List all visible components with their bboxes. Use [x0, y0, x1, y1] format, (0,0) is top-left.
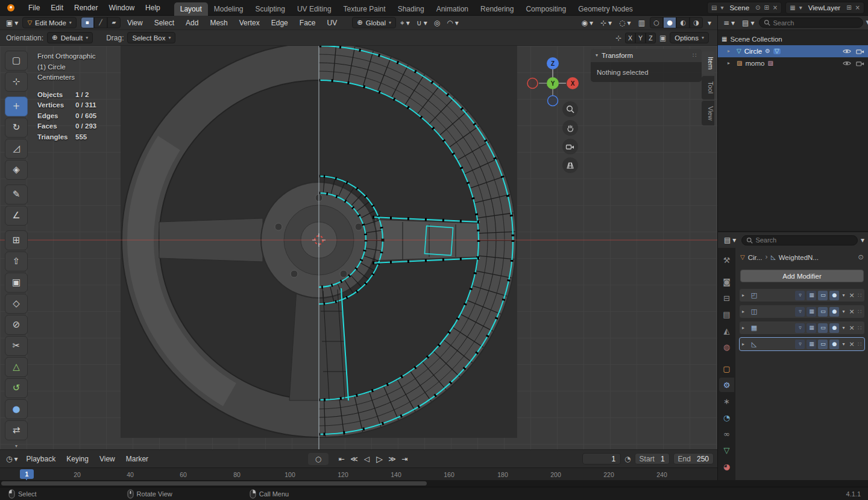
properties-editor-type-button[interactable]: ▤ ▾: [722, 236, 738, 244]
viewlayer-selector[interactable]: ▦ ▾ ViewLayer ⊞ ×: [785, 2, 864, 14]
show-render-toggle[interactable]: ●: [829, 307, 839, 317]
jump-to-start-button[interactable]: ⇤: [336, 453, 347, 465]
mirror-x-button[interactable]: X: [625, 33, 635, 43]
drag-handle[interactable]: ∷: [858, 293, 862, 299]
shading-material-button[interactable]: ◐: [676, 17, 690, 28]
modifier-extras-dropdown[interactable]: ▾: [841, 293, 846, 298]
tab-shading[interactable]: Shading: [392, 2, 430, 16]
object-row-circle[interactable]: ▸ ▽ Circle ⚙ ▽: [718, 45, 868, 57]
modifier-row-1[interactable]: ▸ ◰ ▿ ▦ ▭ ● ▾ × ∷: [739, 288, 865, 302]
close-icon[interactable]: ×: [854, 5, 861, 11]
vertex-select-mode-button[interactable]: ▪: [81, 17, 94, 28]
falloff-dropdown[interactable]: ◠ ▾: [444, 19, 461, 27]
show-in-editmode-toggle[interactable]: ▦: [807, 340, 816, 349]
transform-panel-header[interactable]: ▾ Transform ∷: [591, 49, 702, 62]
tool-rotate[interactable]: ↻: [5, 118, 28, 138]
tool-poly-build[interactable]: △: [5, 357, 28, 377]
modifier-extras-dropdown[interactable]: ▾: [841, 342, 846, 347]
tool-measure[interactable]: ∠: [5, 206, 28, 226]
timeline-scrollbar[interactable]: [0, 480, 868, 487]
ptab-view-layer[interactable]: ▤: [719, 307, 734, 321]
tool-knife[interactable]: ✂: [5, 336, 28, 356]
outliner-search-input[interactable]: [773, 19, 858, 27]
expand-icon[interactable]: ▸: [742, 309, 748, 314]
menu-mesh[interactable]: Mesh: [205, 19, 232, 27]
ptab-modifiers[interactable]: ⚙: [719, 378, 734, 392]
timeline-editor-type-button[interactable]: ◷ ▾: [4, 455, 20, 463]
camera-view-button[interactable]: [562, 139, 578, 154]
delete-modifier-icon[interactable]: ×: [848, 292, 855, 299]
tool-scale[interactable]: ◿: [5, 139, 28, 159]
modifier-extras-dropdown[interactable]: ▾: [841, 326, 846, 331]
disable-in-renders-camera-icon[interactable]: [856, 60, 864, 67]
ptab-object[interactable]: ▢: [719, 361, 734, 376]
show-render-toggle[interactable]: ●: [829, 323, 839, 333]
scene-name[interactable]: Scene: [726, 4, 753, 11]
new-viewlayer-icon[interactable]: ⊞: [845, 5, 852, 11]
viewport-3d[interactable]: ▢ ⊹ + ↻ ◿ ◈ ✎ ∠ ⊞ ⇧ ▣ ◇ ⊘ ✂ △ ↺ ● ⇄ ▾ Fr…: [0, 46, 717, 449]
shading-wireframe-button[interactable]: ○: [650, 17, 663, 28]
menu-edit[interactable]: Edit: [45, 0, 69, 16]
pivot-point-dropdown[interactable]: ⌖ ▾: [398, 19, 412, 27]
tool-transform[interactable]: ◈: [5, 160, 28, 180]
menu-marker[interactable]: Marker: [121, 455, 153, 463]
orientation-dropdown[interactable]: ⊕ Default ▾: [47, 32, 93, 43]
play-reverse-button[interactable]: ◁: [361, 453, 373, 465]
shading-rendered-button[interactable]: ◑: [690, 17, 703, 28]
timeline-ruler[interactable]: 20 40 60 80 100 120 140 160 180 200 220 …: [0, 467, 717, 480]
tool-select-box[interactable]: ▢: [5, 51, 28, 71]
zoom-button[interactable]: [562, 101, 578, 117]
menu-render[interactable]: Render: [69, 0, 103, 16]
toolbar-expand-icon[interactable]: ▾: [5, 444, 28, 449]
shading-solid-button[interactable]: ●: [663, 17, 676, 28]
menu-uv[interactable]: UV: [322, 19, 342, 27]
tab-view[interactable]: View: [702, 101, 714, 126]
chevron-down-icon[interactable]: ▾: [861, 236, 864, 244]
show-overlays-dropdown[interactable]: ◌ ▾: [617, 19, 634, 27]
tab-compositing[interactable]: Compositing: [520, 2, 572, 16]
tool-inset-faces[interactable]: ▣: [5, 273, 28, 293]
delete-modifier-icon[interactable]: ×: [848, 308, 855, 315]
tab-geometry-nodes[interactable]: Geometry Nodes: [572, 2, 639, 16]
tool-add-cube[interactable]: ⊞: [5, 230, 28, 250]
tab-rendering[interactable]: Rendering: [474, 2, 520, 16]
edge-select-mode-button[interactable]: ╱: [94, 17, 107, 28]
drag-handle[interactable]: ∷: [858, 309, 862, 315]
disable-in-renders-camera-icon[interactable]: [856, 48, 864, 55]
ptab-material[interactable]: ◕: [719, 459, 734, 473]
mirror-z-button[interactable]: Z: [646, 33, 656, 43]
pan-button[interactable]: [562, 120, 578, 136]
add-modifier-button[interactable]: Add Modifier: [740, 270, 864, 282]
ptab-physics[interactable]: ◔: [719, 410, 734, 425]
expand-icon[interactable]: ▸: [728, 61, 734, 66]
modifier-row-4-weighted-normal[interactable]: ▸ ◺ ▿ ▦ ▭ ● ▾ × ∷: [739, 337, 865, 351]
tab-modeling[interactable]: Modeling: [208, 2, 250, 16]
visibility-dropdown[interactable]: ◉ ▾: [579, 19, 596, 27]
show-on-cage-toggle[interactable]: ▿: [795, 323, 805, 333]
hide-in-viewport-eye-icon[interactable]: [843, 60, 851, 66]
filter-icon[interactable]: ▼: [866, 20, 868, 25]
viewport-scene[interactable]: [0, 46, 717, 449]
delete-modifier-icon[interactable]: ×: [848, 324, 855, 331]
breadcrumb-modifier[interactable]: WeightedN...: [779, 254, 819, 261]
display-mode-dropdown[interactable]: ▤ ▾: [740, 19, 756, 27]
breadcrumb-object[interactable]: Cir...: [748, 254, 763, 261]
show-render-toggle[interactable]: ●: [829, 340, 839, 349]
axis-x-negative-handle[interactable]: [527, 78, 538, 89]
expand-icon[interactable]: ▸: [742, 293, 748, 298]
ptab-constraints[interactable]: ∞: [719, 426, 734, 441]
tool-extrude-region[interactable]: ⇧: [5, 252, 28, 271]
tab-tool[interactable]: Tool: [702, 76, 714, 99]
show-render-toggle[interactable]: ●: [829, 291, 839, 300]
show-realtime-toggle[interactable]: ▭: [818, 323, 828, 333]
new-scene-icon[interactable]: ⊞: [763, 5, 770, 11]
tool-cursor[interactable]: ⊹: [5, 72, 28, 92]
modifier-extras-dropdown[interactable]: ▾: [841, 309, 846, 314]
show-on-cage-toggle[interactable]: ▿: [795, 307, 805, 317]
tab-sculpting[interactable]: Sculpting: [250, 2, 291, 16]
stopwatch-icon[interactable]: ◔: [624, 455, 631, 463]
editor-type-button[interactable]: ▣ ▾: [4, 19, 20, 27]
ptab-tool[interactable]: ⚒: [719, 253, 734, 267]
menu-view[interactable]: View: [122, 19, 148, 27]
menu-edge[interactable]: Edge: [266, 19, 293, 27]
